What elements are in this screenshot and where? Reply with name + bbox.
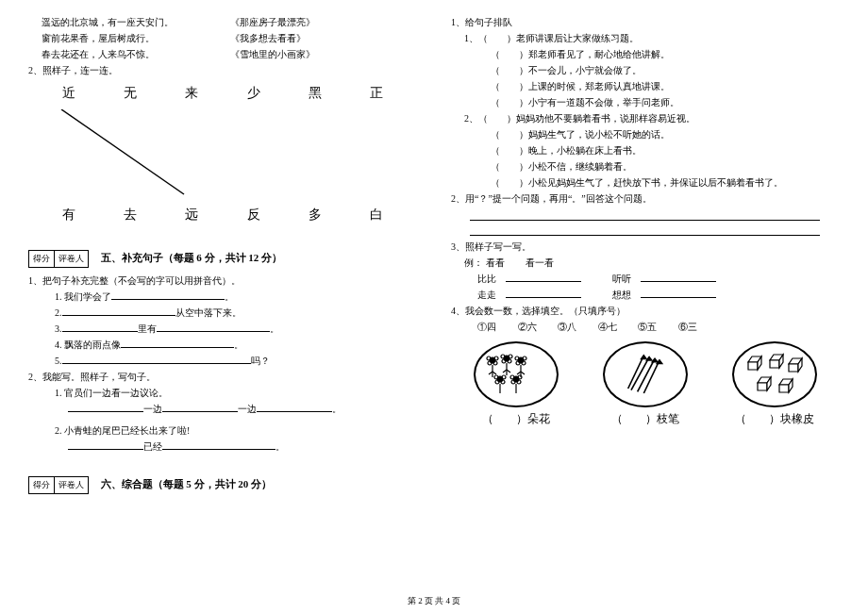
- right-column: 1、给句子排队 1、（ ）老师讲课后让大家做练习题。 （ ）郑老师看见了，耐心地…: [434, 13, 840, 588]
- match-right: 《雪地里的小画家》: [230, 47, 315, 61]
- fill-item: 已经。: [28, 439, 417, 454]
- answer-line[interactable]: [470, 224, 820, 236]
- char: 白: [346, 207, 408, 224]
- svg-point-10: [501, 355, 505, 358]
- section-5-title: 五、补充句子（每题 6 分，共计 12 分）: [101, 251, 283, 265]
- match-pair: 春去花还在，人来鸟不惊。 《雪地里的小画家》: [42, 47, 417, 61]
- blank[interactable]: [162, 439, 275, 450]
- list-item: （ ）小宁有一道题不会做，举手问老师。: [464, 95, 840, 109]
- pair-row: 比比 听听: [451, 272, 840, 286]
- list-item: （ ）不一会儿，小宁就会做了。: [464, 63, 840, 77]
- q4-title: 4、我会数一数，选择填空。（只填序号）: [451, 304, 840, 318]
- reviewer-label: 评卷人: [55, 251, 88, 267]
- char: 黑: [284, 85, 345, 102]
- char: 近: [38, 85, 99, 102]
- list-item: （ ）妈妈生气了，说小松不听她的话。: [464, 127, 840, 141]
- list-head: 2、（ ）妈妈劝他不要躺着看书，说那样容易近视。: [464, 111, 840, 125]
- char: 去: [99, 207, 160, 224]
- svg-point-3: [494, 356, 498, 360]
- list-item: （ ）小松不信，继续躺着看。: [464, 159, 840, 174]
- match-line-svg: [28, 109, 417, 199]
- svg-marker-40: [652, 358, 657, 361]
- char: 正: [346, 85, 408, 102]
- blank[interactable]: [111, 290, 225, 300]
- example-2: 2. 小青蛙的尾巴已经长出来了啦!: [28, 423, 417, 438]
- blank[interactable]: [506, 272, 581, 282]
- reviewer-label: 评卷人: [55, 477, 88, 493]
- erasers-icon: [732, 341, 817, 407]
- caption: （ ）块橡皮: [710, 411, 840, 427]
- list-head: 1、（ ）老师讲课后让大家做练习题。: [464, 31, 840, 45]
- list-item: （ ）上课的时候，郑老师认真地讲课。: [464, 79, 840, 93]
- svg-line-0: [61, 109, 184, 194]
- match-left: 春去花还在，人来鸟不惊。: [42, 47, 230, 61]
- fill-item: 3.里有。: [28, 322, 417, 336]
- page-footer: 第 2 页 共 4 页: [0, 595, 868, 607]
- q3-title: 3、照样子写一写。: [451, 240, 840, 254]
- blank[interactable]: [641, 272, 716, 282]
- blank[interactable]: [157, 322, 270, 332]
- list-item: （ ）小松见妈妈生气了，赶快放下书，并保证以后不躺着看书了。: [464, 175, 840, 190]
- char: 有: [38, 207, 99, 224]
- svg-point-27: [502, 375, 506, 379]
- fill-item: 2.从空中落下来。: [28, 306, 417, 320]
- fill-item: 一边一边。: [28, 402, 417, 416]
- svg-point-32: [510, 375, 514, 379]
- fill-item: 5.吗？: [28, 354, 417, 368]
- char: 无: [99, 85, 160, 102]
- char-row-bottom: 有 去 远 反 多 白: [38, 207, 408, 224]
- fill-item: 4. 飘落的雨点像。: [28, 338, 417, 352]
- image-row: （ ）朵花 （ ）枝笔: [451, 341, 840, 427]
- section-6-title: 六、综合题（每题 5 分，共计 20 分）: [101, 477, 273, 491]
- score-label: 得分: [29, 477, 55, 493]
- image-cell-flowers: （ ）朵花: [451, 341, 580, 427]
- char: 反: [223, 207, 284, 224]
- svg-marker-44: [642, 356, 646, 358]
- image-cell-pencils: （ ）枝笔: [580, 341, 709, 427]
- left-column: 遥远的北京城，有一座天安门。 《那座房子最漂亮》 窗前花果香，屋后树成行。 《我…: [28, 13, 434, 588]
- svg-point-11: [509, 355, 512, 358]
- option-row: ①四 ②六 ③八 ④七 ⑤五 ⑥三: [451, 320, 840, 334]
- match-pair: 窗前花果香，屋后树成行。 《我多想去看看》: [42, 31, 417, 45]
- score-label: 得分: [29, 251, 55, 267]
- svg-marker-38: [647, 357, 652, 360]
- blank[interactable]: [138, 354, 251, 364]
- svg-point-19: [523, 356, 526, 360]
- char: 远: [161, 207, 223, 224]
- list-item: （ ）郑老师看见了，耐心地给他讲解。: [464, 47, 840, 61]
- match-right: 《那座房子最漂亮》: [230, 15, 315, 29]
- blank[interactable]: [62, 354, 138, 364]
- q2-title: 2、照样子，连一连。: [28, 63, 417, 77]
- svg-point-26: [494, 375, 498, 379]
- char: 多: [284, 207, 345, 224]
- blank[interactable]: [121, 338, 234, 348]
- blank[interactable]: [506, 288, 581, 298]
- matching-area: [28, 109, 417, 199]
- match-pair: 遥远的北京城，有一座天安门。 《那座房子最漂亮》: [42, 15, 417, 29]
- caption: （ ）枝笔: [580, 411, 709, 427]
- fill-item: 1. 我们学会了。: [28, 290, 417, 304]
- svg-point-18: [515, 356, 519, 360]
- image-cell-erasers: （ ）块橡皮: [710, 341, 840, 427]
- blank[interactable]: [257, 402, 332, 412]
- blank[interactable]: [641, 288, 716, 298]
- example-row: 例： 看看 看一看: [451, 256, 840, 270]
- score-box: 得分 评卷人: [28, 476, 89, 494]
- pair-row: 走走 想想: [451, 288, 840, 302]
- blank[interactable]: [68, 402, 143, 412]
- caption: （ ）朵花: [451, 411, 580, 427]
- pencils-icon: [603, 341, 688, 407]
- blank[interactable]: [62, 322, 138, 332]
- char: 少: [223, 85, 284, 102]
- blank[interactable]: [62, 306, 175, 316]
- blank[interactable]: [162, 402, 238, 412]
- answer-line[interactable]: [470, 209, 820, 221]
- q2-title: 2、用“？”提一个问题，再用“。”回答这个问题。: [451, 191, 840, 206]
- score-box: 得分 评卷人: [28, 250, 89, 268]
- q5-2: 2、我能写。照样子，写句子。: [28, 370, 417, 384]
- blank[interactable]: [68, 439, 143, 450]
- match-left: 窗前花果香，屋后树成行。: [42, 31, 230, 45]
- match-right: 《我多想去看看》: [230, 31, 306, 45]
- char: 来: [161, 85, 223, 102]
- match-left: 遥远的北京城，有一座天安门。: [42, 15, 230, 29]
